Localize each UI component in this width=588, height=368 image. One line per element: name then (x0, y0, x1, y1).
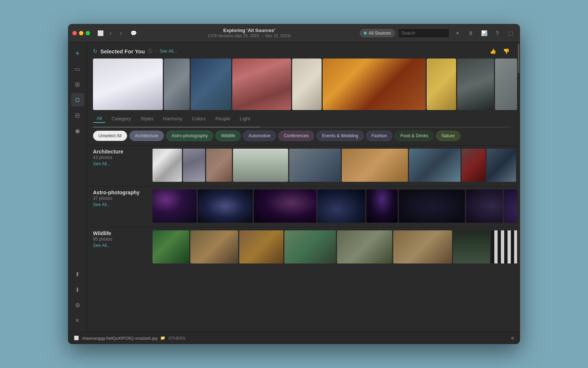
astro-photo-2[interactable] (198, 190, 253, 223)
hero-image-7[interactable] (427, 59, 456, 110)
architecture-see-all[interactable]: See All... (93, 161, 110, 166)
architecture-label: Architecture 43 photos See All... (93, 149, 148, 179)
pill-food[interactable]: Food & Drinks (395, 131, 434, 141)
pill-fashion[interactable]: Fashion (366, 131, 393, 141)
settings-button[interactable]: ⚙ (71, 298, 84, 312)
close-search-icon[interactable]: × (452, 28, 463, 38)
export-button[interactable]: ⬆ (71, 268, 84, 281)
filter-tab-people[interactable]: People (212, 114, 234, 123)
filter-tab-styles[interactable]: Styles (137, 114, 157, 123)
arch-photo-1[interactable] (153, 149, 182, 182)
source-pill[interactable]: All Sources (360, 29, 395, 37)
architecture-name: Architecture (93, 149, 123, 155)
filter-tab-category[interactable]: Category (108, 114, 135, 123)
astro-photo-1[interactable] (153, 190, 197, 223)
pill-wildlife[interactable]: Wildlife (215, 131, 241, 141)
hero-image-1[interactable] (93, 59, 163, 110)
thumbup-icon[interactable]: 👍 (488, 46, 498, 56)
astro-count: 37 photos (93, 196, 112, 201)
arch-photo-3[interactable] (206, 149, 232, 182)
arch-photo-4[interactable] (233, 149, 288, 182)
astro-photo-4[interactable] (318, 190, 365, 223)
sidebar-item-panel[interactable]: ▭ (71, 62, 84, 75)
status-indicator (511, 337, 514, 340)
hero-image-5[interactable] (292, 59, 322, 110)
wild-photo-8[interactable] (491, 230, 517, 263)
sidebar-item-face[interactable]: ◉ (71, 124, 84, 137)
comment-icon[interactable]: 💬 (128, 28, 139, 38)
pill-astro-photography[interactable]: Astro-photography (166, 131, 214, 141)
menu-button[interactable]: ≡ (71, 314, 84, 327)
layout-icon[interactable]: ⬚ (505, 28, 516, 38)
hero-image-8[interactable] (457, 59, 494, 110)
filter-tab-light[interactable]: Light (236, 114, 254, 123)
content-area[interactable]: ↻ Selected For You ⓘ - See All... 👍 👎 (87, 42, 517, 332)
statusbar: ⬜ shawnanggg-9a4QuXIPO9Q-unsplash.jpg 📁 … (68, 332, 520, 344)
wildlife-see-all[interactable]: See All... (93, 243, 110, 248)
minimize-button[interactable] (79, 31, 83, 35)
astro-layout: Astro-photography 37 photos See All... (93, 190, 511, 223)
pill-automotive[interactable]: Automotive (243, 131, 276, 141)
pill-conferences[interactable]: Conferences (278, 131, 314, 141)
wild-photo-3[interactable] (239, 230, 283, 263)
arch-photo-9[interactable] (487, 149, 516, 182)
pill-architecture[interactable]: Architecture (129, 131, 164, 141)
hero-image-4[interactable] (232, 59, 291, 110)
wild-photo-6[interactable] (393, 230, 452, 263)
chart-icon[interactable]: 📊 (479, 28, 489, 38)
window-subtitle: 1378 Versions (Apr 25, 2023 → Dec 12, 20… (208, 33, 291, 38)
wild-photo-1[interactable] (153, 230, 189, 263)
pill-events[interactable]: Events & Wedding (316, 131, 364, 141)
thumbdown-icon[interactable]: 👎 (501, 46, 511, 56)
titlebar-right: All Sources × ⧖ 📊 ? ⬚ (360, 28, 516, 38)
scrollbar-thumb[interactable] (518, 44, 519, 73)
sidebar-toggle[interactable]: ⬜ (96, 29, 105, 38)
source-label: All Sources (369, 31, 391, 36)
pill-nature[interactable]: Nature (436, 131, 460, 141)
traffic-lights (72, 31, 90, 35)
astro-photo-6[interactable] (399, 190, 465, 223)
sidebar-item-map[interactable]: ⊟ (71, 109, 84, 122)
hero-image-3[interactable] (191, 59, 231, 110)
architecture-layout: Architecture 43 photos See All... (93, 149, 511, 182)
scrollbar[interactable] (517, 42, 520, 332)
arch-photo-7[interactable] (409, 149, 460, 182)
wild-photo-5[interactable] (337, 230, 392, 263)
search-input[interactable] (398, 28, 449, 38)
astro-photo-5[interactable] (366, 190, 398, 223)
sidebar: + ▭ ⊞ ⊡ ⊟ ◉ ⬆ ⬇ ⚙ ≡ (68, 42, 87, 332)
back-button[interactable]: ‹ (106, 29, 115, 38)
titlebar-info: Exploring 'All Sources' 1378 Versions (A… (141, 28, 357, 38)
import-button[interactable]: ⬇ (71, 283, 84, 296)
filter-tab-harmony[interactable]: Harmony (159, 114, 186, 123)
filter-icon[interactable]: ⧖ (466, 28, 476, 38)
filter-tab-all[interactable]: All (93, 114, 105, 123)
filter-tab-colors[interactable]: Colors (188, 114, 209, 123)
see-all-top[interactable]: See All... (159, 49, 177, 54)
astro-see-all[interactable]: See All... (93, 202, 110, 207)
main-area: + ▭ ⊞ ⊡ ⊟ ◉ ⬆ ⬇ ⚙ ≡ ↻ Selected For You ⓘ… (68, 42, 520, 332)
maximize-button[interactable] (86, 31, 90, 35)
astro-photo-8[interactable] (504, 190, 517, 223)
add-button[interactable]: + (71, 47, 84, 60)
astro-photo-3[interactable] (254, 190, 316, 223)
hero-image-2[interactable] (164, 59, 190, 110)
arch-photo-6[interactable] (342, 149, 408, 182)
arch-photo-2[interactable] (183, 149, 205, 182)
help-icon[interactable]: ? (492, 28, 502, 38)
wild-photo-4[interactable] (284, 230, 336, 263)
forward-button[interactable]: › (116, 29, 125, 38)
wild-photo-7[interactable] (453, 230, 490, 263)
pill-unselect-all[interactable]: Unselect All (93, 131, 127, 141)
hero-strip (87, 59, 517, 110)
hero-image-6[interactable] (323, 59, 426, 110)
hero-image-9[interactable] (495, 59, 517, 110)
folder-icon: 📁 (160, 336, 165, 340)
arch-photo-5[interactable] (289, 149, 341, 182)
arch-photo-8[interactable] (462, 149, 485, 182)
sidebar-item-grid[interactable]: ⊞ (71, 78, 84, 91)
sidebar-item-source[interactable]: ⊡ (71, 93, 84, 106)
astro-photo-7[interactable] (466, 190, 503, 223)
close-button[interactable] (72, 31, 77, 35)
wild-photo-2[interactable] (190, 230, 238, 263)
